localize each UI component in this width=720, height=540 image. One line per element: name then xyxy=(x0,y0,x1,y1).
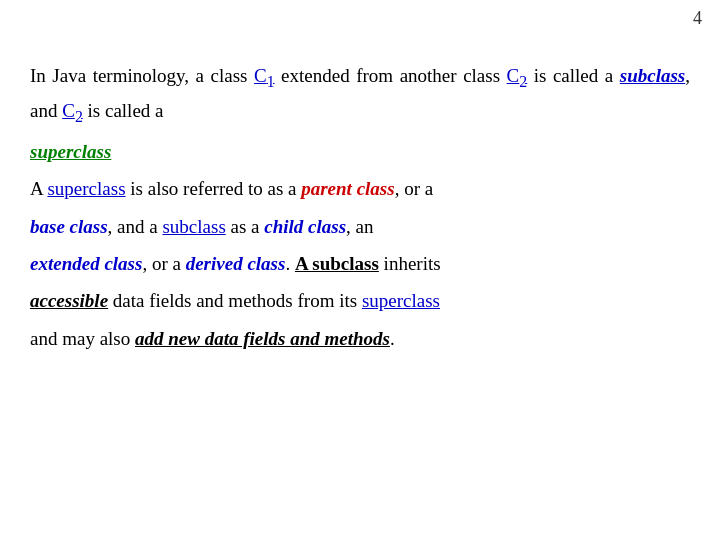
text-final-period: . xyxy=(390,328,395,349)
text-period: . xyxy=(285,253,295,274)
text-or-derived: , or a xyxy=(142,253,185,274)
base-class-term: base class xyxy=(30,216,108,237)
paragraph-1b: superclass xyxy=(30,136,690,167)
child-class-term: child class xyxy=(264,216,346,237)
derived-class-term: derived class xyxy=(186,253,286,274)
superclass-term-1: superclass xyxy=(30,141,111,162)
text-is-called: is called a xyxy=(527,65,620,86)
text-an: , an xyxy=(346,216,373,237)
text-also-referred: is also referred to as a xyxy=(126,178,302,199)
text-or-a: , or a xyxy=(395,178,434,199)
text-and-may: and may also xyxy=(30,328,135,349)
slide-content: In Java terminology, a class C1 extended… xyxy=(30,60,690,520)
c2b-label: C2 xyxy=(62,100,83,121)
paragraph-2: A superclass is also referred to as a pa… xyxy=(30,173,690,204)
text-and-a: , and a xyxy=(108,216,163,237)
subclass-term-2: subclass xyxy=(162,216,225,237)
c1-label: C1 xyxy=(254,65,275,86)
text-inherits: inherits xyxy=(379,253,441,274)
paragraph-1: In Java terminology, a class C1 extended… xyxy=(30,60,690,130)
a-subclass-term: A subclass xyxy=(295,253,379,274)
text-data-fields: data fields and methods from its xyxy=(108,290,362,311)
text-a: A xyxy=(30,178,47,199)
text-intro: In Java terminology, a class xyxy=(30,65,254,86)
superclass-term-3: superclass xyxy=(362,290,440,311)
extended-class-term: extended class xyxy=(30,253,142,274)
paragraph-4: extended class, or a derived class. A su… xyxy=(30,248,690,279)
text-is-called-a: is called a xyxy=(83,100,164,121)
superclass-term-2: superclass xyxy=(47,178,125,199)
add-new-term: add new data fields and methods xyxy=(135,328,390,349)
subclass-term: subclass xyxy=(620,65,685,86)
paragraph-5: accessible data fields and methods from … xyxy=(30,285,690,316)
accessible-term: accessible xyxy=(30,290,108,311)
paragraph-3: base class, and a subclass as a child cl… xyxy=(30,211,690,242)
text-extended: extended from another class xyxy=(275,65,507,86)
text-as-a: as a xyxy=(226,216,265,237)
c2a-label: C2 xyxy=(507,65,528,86)
slide-number: 4 xyxy=(693,8,702,29)
parent-class-term: parent class xyxy=(301,178,394,199)
paragraph-6: and may also add new data fields and met… xyxy=(30,323,690,354)
